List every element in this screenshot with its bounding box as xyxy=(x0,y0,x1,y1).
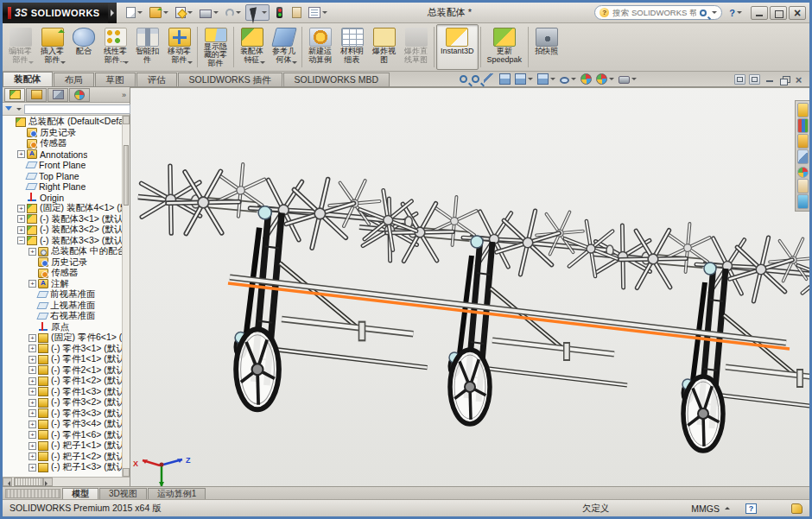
tab-SOLIDWORKS MBD[interactable]: SOLIDWORKS MBD xyxy=(283,73,390,86)
minimize-button[interactable] xyxy=(751,6,768,20)
help-button[interactable]: ? xyxy=(729,8,742,18)
dropdown-arrow-icon[interactable] xyxy=(137,11,143,16)
tree-item[interactable]: +(-) 耙子1<2> (默认<< xyxy=(3,452,130,463)
previous-view-button[interactable] xyxy=(484,73,495,85)
zoom-to-fit-button[interactable] xyxy=(460,75,467,83)
status-units[interactable]: MMGS xyxy=(691,503,720,514)
menu-expand-arrow-icon[interactable] xyxy=(108,3,117,23)
hide-show-items-button[interactable] xyxy=(560,75,576,84)
scrollbar-thumb[interactable] xyxy=(14,478,43,486)
ribbon-update-speedpak-button[interactable]: 更新 Speedpak xyxy=(483,24,527,70)
tree-expander[interactable]: + xyxy=(29,345,36,352)
tree-expander[interactable]: − xyxy=(17,237,25,244)
tree-item[interactable]: +注解 xyxy=(3,279,130,290)
tree-item[interactable]: 前视基准面 xyxy=(3,289,130,301)
status-tag-icon[interactable] xyxy=(791,503,802,514)
scroll-left-arrow[interactable] xyxy=(3,478,12,486)
displaymanager-tab[interactable] xyxy=(69,88,90,102)
view-settings-button[interactable] xyxy=(619,74,637,84)
undo-button[interactable] xyxy=(223,5,244,20)
3d-model-view[interactable]: X Z Y xyxy=(130,88,809,486)
tree-item[interactable]: +(-) 耙子1<3> (默认 xyxy=(3,462,130,473)
study-tab-3[interactable]: 运动算例1 xyxy=(148,488,206,499)
maximize-button[interactable] xyxy=(770,6,787,20)
graphics-viewport[interactable]: X Z Y xyxy=(130,87,809,486)
filter-icon[interactable] xyxy=(5,106,12,114)
scrollbar-thumb[interactable] xyxy=(124,145,129,206)
dropdown-arrow-icon[interactable] xyxy=(550,78,555,83)
select-button[interactable] xyxy=(245,4,270,21)
tree-item[interactable]: +(-) 零件2<1> (默认<< xyxy=(3,365,130,377)
ribbon-assembly-features-button[interactable]: 装配体 特征 xyxy=(236,24,268,70)
tree-expander[interactable]: + xyxy=(17,215,25,223)
tree-expander[interactable]: + xyxy=(29,409,36,417)
tree-item[interactable]: +总装配体 中的配合 xyxy=(3,246,130,257)
dropdown-arrow-icon[interactable] xyxy=(528,78,533,83)
ribbon-instant3d-button[interactable]: Instant3D xyxy=(436,24,479,70)
tree-item[interactable]: +(-) 装配体3<2> (默认<默 xyxy=(3,225,130,236)
propertymanager-tab[interactable] xyxy=(26,88,47,102)
tree-item[interactable]: 上视基准面 xyxy=(3,301,130,312)
zoom-to-area-button[interactable] xyxy=(472,75,479,83)
tree-item[interactable]: +(-) 零件3<4> (默认<< xyxy=(3,419,130,430)
tab-SOLIDWORKS 插件[interactable]: SOLIDWORKS 插件 xyxy=(178,73,282,86)
tree-expander[interactable]: + xyxy=(29,248,36,256)
scroll-down-arrow[interactable] xyxy=(123,468,130,477)
tree-item[interactable]: Right Plane xyxy=(3,181,130,193)
tree-expander[interactable]: + xyxy=(29,442,36,450)
tab-草图[interactable]: 草图 xyxy=(95,73,136,86)
tree-expander[interactable]: + xyxy=(29,377,36,385)
study-tab-1[interactable]: 模型 xyxy=(62,488,98,499)
taskpane-pal-tab[interactable] xyxy=(797,149,809,164)
tree-item[interactable]: +(-) 装配体3<1> (默认<默 xyxy=(3,214,130,225)
ribbon-insert-component-button[interactable]: 插入零 部件 xyxy=(36,24,68,70)
taskpane-exp-tab[interactable] xyxy=(797,134,809,149)
tree-expander[interactable]: + xyxy=(29,388,36,396)
tree-expander[interactable]: + xyxy=(29,421,36,428)
tree-expander[interactable]: + xyxy=(29,280,36,288)
tree-expander[interactable]: + xyxy=(29,399,36,407)
tree-item[interactable]: +(-) 零件3<2> (默认<< xyxy=(3,397,130,408)
tree-item[interactable]: +(-) 零件1<6> (默认<< xyxy=(3,430,130,441)
ribbon-linear-pattern-button[interactable]: 线性零 部件... xyxy=(99,24,131,70)
dropdown-arrow-icon[interactable] xyxy=(163,11,168,16)
taskpane-lib-tab[interactable] xyxy=(797,118,809,133)
view-orientation-button[interactable] xyxy=(515,73,533,85)
dropdown-arrow-icon[interactable] xyxy=(236,11,241,16)
filter-dropdown-icon[interactable] xyxy=(16,108,22,113)
print-button[interactable] xyxy=(197,5,221,21)
search-box[interactable]: ? xyxy=(594,5,722,20)
dropdown-arrow-icon[interactable] xyxy=(187,11,193,16)
dropdown-arrow-icon[interactable] xyxy=(262,11,267,16)
taskpane-prop-tab[interactable] xyxy=(797,179,809,193)
tree-expander[interactable]: + xyxy=(29,334,36,342)
tree-item[interactable]: 总装配体 (Default<Default_ xyxy=(3,117,130,128)
tree-item[interactable]: +Annotations xyxy=(3,149,130,161)
search-dropdown-icon[interactable] xyxy=(712,11,717,16)
tree-expander[interactable]: + xyxy=(17,205,25,212)
tree-expander[interactable]: + xyxy=(29,464,36,472)
tree-item[interactable]: +(固定) 零件6<1> (默认 xyxy=(3,332,130,344)
ribbon-reference-geometry-button[interactable]: 参考几 何体 xyxy=(268,24,300,70)
search-icon[interactable] xyxy=(700,9,707,16)
tree-item[interactable]: +(-) 零件1<1> (默认<< xyxy=(3,354,130,365)
tree-expander[interactable]: + xyxy=(29,431,36,439)
ribbon-mate-button[interactable]: 配合 xyxy=(68,24,99,70)
configurationmanager-tab[interactable] xyxy=(48,88,68,102)
taskpane-home-tab[interactable] xyxy=(797,103,809,117)
dropdown-arrow-icon[interactable] xyxy=(213,11,219,16)
new-button[interactable] xyxy=(124,4,145,21)
section-view-button[interactable] xyxy=(499,73,511,85)
taskpane-forum-tab[interactable] xyxy=(797,194,809,209)
apply-scene-button[interactable] xyxy=(596,73,614,85)
tree-item[interactable]: 传感器 xyxy=(3,268,130,279)
featuremanager-tab[interactable] xyxy=(4,88,25,102)
ribbon-bom-button[interactable]: 材料明 细表 xyxy=(336,24,368,70)
tree-vertical-scrollbar[interactable] xyxy=(122,116,130,477)
dropdown-arrow-icon[interactable] xyxy=(609,78,614,83)
tab-scroller[interactable] xyxy=(5,489,60,498)
tree-expander[interactable]: + xyxy=(17,150,25,158)
tree-item[interactable]: Origin xyxy=(3,193,130,204)
tree-item[interactable]: 历史记录 xyxy=(3,128,130,139)
dropdown-arrow-icon[interactable] xyxy=(322,11,327,16)
